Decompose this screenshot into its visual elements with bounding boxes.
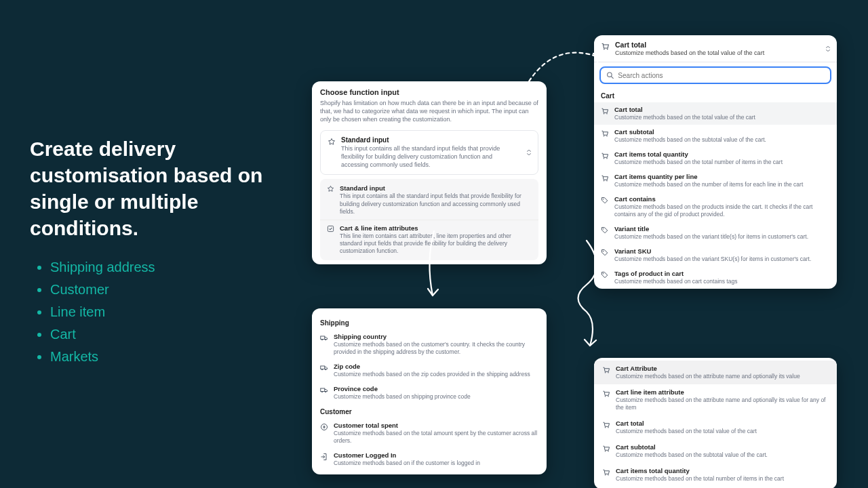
option-desc: Customize methods based on the variant S…: [614, 256, 811, 263]
tag-icon: [601, 197, 609, 205]
option-desc: Customize methods based on cart contains…: [614, 278, 737, 285]
option-desc: Customize methods based on the zip codes…: [334, 371, 530, 378]
panel-cart-attribute: Cart Attribute Customize methods based o…: [594, 358, 837, 488]
chevron-updown-icon: [526, 148, 532, 157]
option-row[interactable]: Zip code Customize methods based on the …: [312, 359, 547, 382]
arrow-2: [419, 228, 446, 302]
option-desc: Customize methods based on the products …: [614, 203, 830, 218]
star-icon: [327, 185, 334, 192]
money-icon: [320, 423, 328, 431]
star-icon: [328, 138, 336, 146]
option-desc: Customize methods based on the subtotal …: [616, 451, 768, 459]
option-title: Cart items total quantity: [616, 467, 784, 474]
option-title: Cart Attribute: [616, 365, 800, 372]
truck-icon: [320, 334, 328, 342]
option-desc: Customize methods based on the variant t…: [614, 233, 808, 241]
option-title: Cart total: [614, 106, 755, 113]
check-icon: [327, 225, 334, 232]
bullet-item: Shipping address: [50, 256, 155, 279]
cart-icon: [602, 366, 610, 374]
option-title: Standard input: [340, 184, 532, 192]
option-title: Province code: [334, 385, 471, 392]
option-row[interactable]: Cart items total quantity Customize meth…: [594, 147, 837, 169]
option-desc: Customize methods based on the attribute…: [616, 396, 829, 411]
option-title: Variant title: [614, 225, 808, 232]
option-row[interactable]: Cart total Customize methods based on th…: [594, 415, 837, 439]
bullet-item: Line item: [50, 301, 155, 323]
panel-cart-actions: Cart total Customize methods based on th…: [594, 35, 837, 289]
option-row[interactable]: Province code Customize methods based on…: [312, 382, 547, 404]
option-row[interactable]: Shipping country Customize methods based…: [312, 329, 547, 359]
truck-icon: [320, 364, 328, 372]
bullet-item: Cart: [50, 323, 155, 346]
cart-icon: [602, 421, 610, 429]
cart-icon: [602, 468, 610, 476]
option-row[interactable]: Cart subtotal Customize methods based on…: [594, 125, 837, 147]
cart-icon: [601, 129, 609, 138]
option-desc: Customize methods based on the customer'…: [334, 341, 538, 356]
option-row[interactable]: Cart items quantity per line Customize m…: [594, 169, 837, 192]
tag-icon: [601, 226, 609, 235]
page-headline: Create delivery customisation based on s…: [30, 136, 274, 241]
option-row[interactable]: Standard input This input contains all t…: [320, 180, 538, 220]
option-title: Cart line item attribute: [616, 388, 829, 396]
option-title: Zip code: [334, 363, 530, 370]
option-row[interactable]: Variant SKU Customize methods based on t…: [594, 244, 837, 266]
option-row[interactable]: Tags of product in cart Customize method…: [594, 266, 837, 289]
option-title: Customer total spent: [334, 422, 538, 429]
panel1-title: Choose function input: [320, 88, 538, 96]
option-row[interactable]: Cart subtotal Customize methods based on…: [594, 439, 837, 463]
option-row[interactable]: Cart contains Customize methods based on…: [594, 192, 837, 222]
panel2-header-title: Cart total: [615, 41, 764, 49]
option-desc: Customize methods based on the subtotal …: [614, 136, 766, 144]
search-input[interactable]: [618, 72, 825, 79]
option-desc: Customize methods based on the number of…: [614, 181, 803, 188]
panel-shipping-customer: Shipping Shipping country Customize meth…: [312, 308, 547, 474]
selected-input-option[interactable]: Standard input This input contains all t…: [320, 130, 538, 175]
cart-icon: [602, 390, 610, 398]
section-label: Shipping: [312, 315, 547, 329]
option-title: Cart contains: [614, 195, 830, 203]
option-desc: Customize methods based on shipping prov…: [334, 393, 471, 401]
cart-icon: [601, 152, 609, 160]
cart-icon: [601, 107, 609, 115]
option-row[interactable]: Cart line item attribute Customize metho…: [594, 384, 837, 415]
option-desc: Customize methods based on if the custom…: [334, 460, 480, 467]
panel2-section: Cart: [594, 88, 837, 102]
option-row[interactable]: Customer Logged In Customize methods bas…: [312, 448, 547, 470]
cart-icon: [602, 445, 610, 453]
search-actions[interactable]: [599, 66, 831, 84]
panel2-header-desc: Customize methods based on the total val…: [615, 49, 764, 56]
option-row[interactable]: Cart items total quantity Customize meth…: [594, 463, 837, 487]
arrow-1: [522, 34, 610, 88]
option-title: Tags of product in cart: [614, 270, 737, 277]
option-desc: Customize methods based on the total amo…: [334, 430, 538, 445]
bullet-item: Customer: [50, 279, 155, 301]
option-desc: Customize methods based on the total val…: [616, 428, 757, 435]
option-desc: Customize methods based on the attribute…: [616, 373, 800, 380]
option-title: Cart total: [616, 420, 757, 427]
option-title: Variant SKU: [614, 247, 811, 255]
option-desc: Customize methods based on the total num…: [614, 159, 783, 166]
section-label: Customer: [312, 404, 547, 418]
option-row[interactable]: Cart total Customize methods based on th…: [594, 102, 837, 125]
option-desc: This input contains all the standard inp…: [340, 192, 532, 215]
truck-icon: [320, 386, 328, 394]
bullet-item: Markets: [50, 346, 155, 368]
feature-bullets: Shipping addressCustomerLine itemCartMar…: [50, 256, 155, 368]
option-row[interactable]: Customer total spent Customize methods b…: [312, 418, 547, 448]
option-title: Cart items total quantity: [614, 150, 783, 158]
option-title: Shipping country: [334, 333, 538, 340]
arrow-3: [570, 237, 610, 352]
selected-option-desc: This input contains all the standard inp…: [341, 145, 520, 169]
option-row[interactable]: Cart Attribute Customize methods based o…: [594, 361, 837, 384]
option-row[interactable]: Variant title Customize methods based on…: [594, 222, 837, 244]
login-icon: [320, 453, 328, 461]
panel2-header[interactable]: Cart total Customize methods based on th…: [594, 35, 837, 62]
cart-icon: [601, 174, 609, 182]
option-title: Cart subtotal: [614, 128, 766, 136]
option-title: Cart items quantity per line: [614, 173, 803, 180]
chevron-updown-icon: [825, 44, 831, 54]
option-desc: Customize methods based on the total num…: [616, 475, 784, 483]
option-title: Customer Logged In: [334, 451, 480, 459]
